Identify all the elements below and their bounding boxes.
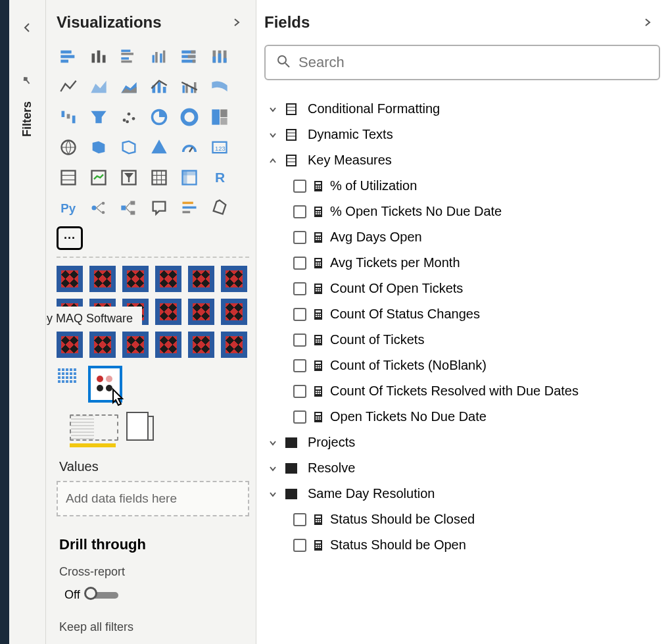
filters-collapse-button[interactable]: [20, 20, 36, 36]
qa-icon[interactable]: [147, 196, 171, 220]
svg-rect-15: [191, 51, 195, 54]
field-checkbox[interactable]: [293, 205, 306, 218]
field-row[interactable]: Status Should be Closed: [264, 507, 660, 532]
table-row[interactable]: Projects: [264, 430, 660, 455]
svg-rect-167: [320, 341, 321, 343]
line-clustered-column-icon[interactable]: [178, 75, 201, 99]
field-checkbox[interactable]: [293, 513, 306, 526]
table-row[interactable]: Resolve: [264, 455, 660, 481]
field-checkbox[interactable]: [293, 308, 306, 321]
custom-visual-icon[interactable]: [122, 332, 149, 358]
custom-visual-icon[interactable]: [122, 266, 149, 292]
svg-rect-198: [318, 521, 319, 522]
azure-map-icon[interactable]: [147, 136, 171, 159]
map-icon[interactable]: [57, 136, 80, 159]
custom-visual-icon[interactable]: [188, 332, 214, 358]
custom-visual-icon[interactable]: [155, 332, 181, 358]
visualizations-collapse-button[interactable]: [229, 15, 244, 30]
hundred-stacked-column-icon[interactable]: [208, 45, 231, 68]
pie-icon[interactable]: [147, 105, 171, 129]
line-stacked-column-icon[interactable]: [147, 75, 171, 99]
field-checkbox[interactable]: [293, 180, 306, 193]
heatmap-visual-icon[interactable]: [57, 366, 80, 389]
r-visual-icon[interactable]: R: [208, 166, 231, 189]
field-checkbox[interactable]: [293, 410, 306, 424]
field-row[interactable]: Count of Tickets: [264, 327, 660, 353]
svg-rect-202: [316, 545, 317, 546]
field-row[interactable]: Count of Tickets (NoBlank): [264, 353, 660, 378]
custom-visual-icon[interactable]: [89, 332, 116, 358]
scatter-icon[interactable]: [117, 105, 141, 129]
smart-narrative-icon[interactable]: [178, 196, 201, 220]
custom-visual-icon[interactable]: [221, 299, 247, 325]
custom-visual-icon[interactable]: [89, 266, 116, 292]
clustered-column-icon[interactable]: [147, 45, 171, 68]
table-row[interactable]: Dynamic Texts: [264, 122, 660, 147]
field-checkbox[interactable]: [293, 257, 306, 270]
slicer-icon[interactable]: [117, 166, 141, 189]
ribbon-chart-icon[interactable]: [208, 75, 231, 99]
field-row[interactable]: Avg Tickets per Month: [264, 250, 660, 276]
python-visual-icon[interactable]: Py: [57, 196, 80, 220]
table-row[interactable]: Conditional Formatting: [264, 96, 660, 122]
field-row[interactable]: Avg Days Open: [264, 224, 660, 250]
custom-visual-icon[interactable]: [188, 299, 214, 325]
fields-well-tab[interactable]: [70, 414, 118, 441]
field-row[interactable]: Status Should be Open: [264, 532, 660, 558]
fields-search[interactable]: [264, 45, 660, 80]
format-tab[interactable]: [126, 412, 149, 441]
fields-collapse-button[interactable]: [640, 15, 655, 30]
waterfall-icon[interactable]: [57, 105, 80, 129]
clustered-bar-icon[interactable]: [117, 45, 141, 68]
shape-map-icon[interactable]: [117, 136, 141, 159]
area-chart-icon[interactable]: [87, 75, 110, 99]
custom-visual-icon[interactable]: [221, 266, 247, 292]
field-row[interactable]: % Open Tickets No Due Date: [264, 199, 660, 224]
field-row[interactable]: Count Of Tickets Resolved with Due Dates: [264, 378, 660, 404]
table-row[interactable]: Same Day Resolution: [264, 481, 660, 507]
multi-row-card-icon[interactable]: [57, 166, 80, 189]
search-input[interactable]: [298, 54, 648, 71]
hundred-stacked-bar-icon[interactable]: [178, 45, 201, 68]
field-checkbox[interactable]: [293, 231, 306, 244]
stacked-bar-icon[interactable]: [57, 45, 80, 68]
cross-report-toggle[interactable]: Off: [64, 588, 249, 602]
custom-visual-icon[interactable]: [57, 332, 83, 358]
stacked-area-icon[interactable]: [117, 75, 141, 99]
field-row[interactable]: Count Of Open Tickets: [264, 276, 660, 301]
line-chart-icon[interactable]: [57, 75, 80, 99]
custom-visual-icon[interactable]: [155, 299, 181, 325]
field-row[interactable]: % of Utilization: [264, 173, 660, 199]
dot-plot-visual-selected[interactable]: [88, 366, 122, 403]
kpi-icon[interactable]: [87, 166, 110, 189]
custom-visual-icon[interactable]: [188, 266, 214, 292]
matrix-icon[interactable]: [178, 166, 201, 189]
field-row[interactable]: Count Of Status Changes: [264, 301, 660, 327]
table-icon[interactable]: [147, 166, 171, 189]
stacked-column-icon[interactable]: [87, 45, 110, 68]
custom-visual-icon[interactable]: [155, 266, 181, 292]
custom-visual-icon[interactable]: [57, 266, 83, 292]
filters-label[interactable]: Filters: [20, 101, 34, 137]
field-checkbox[interactable]: [293, 359, 306, 372]
svg-rect-140: [320, 262, 321, 264]
treemap-icon[interactable]: [208, 105, 231, 129]
gauge-icon[interactable]: [178, 136, 201, 159]
svg-rect-4: [97, 51, 101, 63]
field-checkbox[interactable]: [293, 385, 306, 398]
donut-icon[interactable]: [178, 105, 201, 129]
custom-visual-icon[interactable]: [221, 332, 247, 358]
field-row[interactable]: Open Tickets No Due Date: [264, 404, 660, 430]
field-checkbox[interactable]: [293, 334, 306, 347]
key-influencers-icon[interactable]: [87, 196, 110, 220]
more-visuals-button[interactable]: ···: [57, 226, 83, 250]
paginated-report-icon[interactable]: [208, 196, 231, 220]
filled-map-icon[interactable]: [87, 136, 110, 159]
values-drop-zone[interactable]: Add data fields here: [57, 481, 249, 516]
funnel-icon[interactable]: [87, 105, 110, 129]
decomposition-tree-icon[interactable]: [117, 196, 141, 220]
field-checkbox[interactable]: [293, 539, 306, 552]
table-row[interactable]: Key Measures: [264, 147, 660, 173]
field-checkbox[interactable]: [293, 282, 306, 295]
card-icon[interactable]: 123: [208, 136, 231, 159]
